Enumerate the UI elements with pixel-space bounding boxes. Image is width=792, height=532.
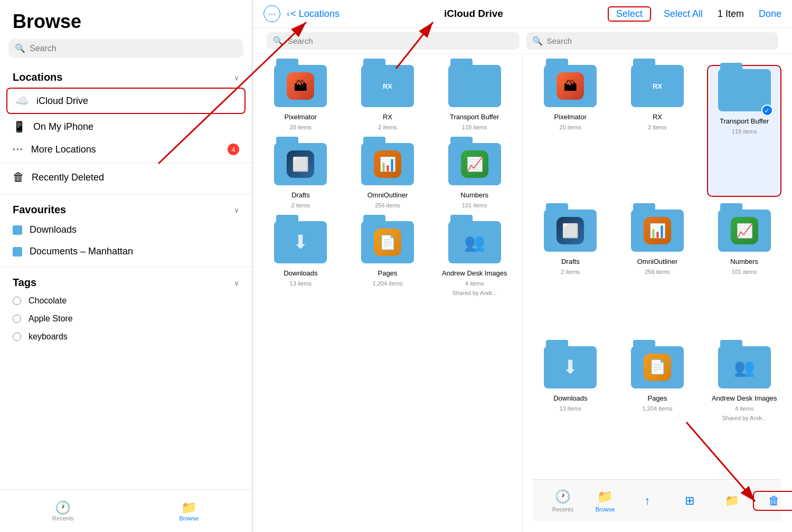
file-meta-numbers-left: 101 items	[462, 202, 487, 208]
tags-title: Tags	[13, 277, 36, 289]
downloads-color-swatch	[13, 225, 22, 235]
files-grid-left: 🏔 Pixelmator 20 items RX	[263, 65, 512, 296]
select-all-button[interactable]: Select All	[664, 8, 703, 20]
main-search-box-right[interactable]: 🔍	[526, 32, 779, 50]
tags-section-header: Tags ∨	[0, 271, 252, 292]
icloud-icon: ☁️	[15, 94, 29, 108]
sidebar-item-label-iphone: On My iPhone	[33, 121, 93, 132]
main-search-input-left[interactable]	[288, 36, 513, 45]
file-item-omnioutliner-right[interactable]: 📊 OmniOutliner 256 items	[620, 210, 695, 333]
file-meta-numbers-right: 101 items	[732, 269, 757, 275]
file-name-transport-left: Transport Buffer	[450, 113, 499, 121]
sidebar-item-label-icloud: iCloud Drive	[36, 96, 88, 107]
file-name-omnioutliner-left: OmniOutliner	[367, 191, 408, 199]
sidebar-item-label-deleted: Recently Deleted	[32, 172, 104, 183]
file-item-andrew-right[interactable]: 👥 Andrew Desk Images 4 items Shared by A…	[707, 346, 781, 479]
main-search-box-left[interactable]: 🔍	[267, 32, 520, 50]
file-item-andrew-left[interactable]: 👥 Andrew Desk Images 4 items Shared by A…	[437, 221, 512, 296]
tags-chevron-icon[interactable]: ∨	[234, 279, 239, 287]
file-meta-andrew-shared-right: Shared by Andr...	[722, 415, 766, 421]
file-meta-drafts-right: 2 items	[561, 269, 580, 275]
file-item-transport-right[interactable]: ✓ Transport Buffer 119 items	[707, 65, 781, 197]
browse-tab-icon: 📁	[181, 500, 197, 515]
file-item-downloads-right[interactable]: ⬇ Downloads 13 items	[533, 346, 608, 479]
recents-tab-icon: 🕐	[55, 500, 71, 515]
sidebar-item-documents-manhattan[interactable]: Documents – Manhattan	[0, 241, 252, 262]
sidebar-item-icloud[interactable]: ☁️ iCloud Drive	[6, 88, 246, 114]
share-icon: ↑	[645, 494, 650, 508]
file-item-rx-right[interactable]: RX RX 2 items	[620, 65, 695, 197]
browse-label-right: Browse	[596, 506, 615, 512]
recents-tab-label: Recents	[52, 515, 73, 521]
file-item-omnioutliner-left[interactable]: 📊 OmniOutliner 256 items	[351, 143, 425, 208]
header-title: iCloud Drive	[346, 8, 601, 20]
file-name-drafts-left: Drafts	[291, 191, 310, 199]
locations-chevron-icon[interactable]: ∨	[234, 73, 239, 82]
iphone-icon: 📱	[13, 120, 26, 133]
back-button[interactable]: ‹ < Locations	[287, 8, 340, 20]
delete-button[interactable]: 🗑	[753, 491, 792, 511]
file-name-drafts-right: Drafts	[561, 258, 580, 265]
file-name-numbers-right: Numbers	[730, 258, 758, 265]
file-meta-rx-left: 2 items	[378, 124, 397, 130]
action-bar: 🕐 Recents 📁 Browse ↑ ⊞ 📁	[533, 479, 781, 521]
file-item-rx-left[interactable]: RX RX 2 items	[351, 65, 425, 130]
file-item-drafts-right[interactable]: ⬜ Drafts 2 items	[533, 210, 608, 333]
file-name-pixelmator-left: Pixelmator	[285, 113, 317, 121]
tag-item-chocolate[interactable]: Chocolate	[0, 292, 252, 310]
tab-recents-sidebar[interactable]: 🕐 Recents	[0, 490, 126, 532]
copy-button[interactable]: ⊞	[668, 494, 711, 508]
sidebar-item-more-locations[interactable]: ••• More Locations 4	[0, 138, 252, 160]
tag-label-apple-store: Apple Store	[29, 314, 73, 324]
file-item-pages-right[interactable]: 📄 Pages 1,204 items	[620, 346, 695, 479]
recents-label-right: Recents	[552, 506, 573, 512]
file-meta-rx-right: 2 items	[648, 124, 666, 130]
file-meta-andrew-left: 4 items	[465, 280, 484, 287]
tag-item-keyboards[interactable]: keyboards	[0, 328, 252, 346]
sidebar-item-recently-deleted[interactable]: 🗑 Recently Deleted	[0, 165, 252, 189]
file-name-rx-left: RX	[383, 113, 392, 121]
file-meta-pixelmator-left: 20 items	[290, 124, 312, 130]
search-icon: 🔍	[15, 43, 25, 53]
move-button[interactable]: 📁	[711, 494, 753, 508]
file-meta-drafts-left: 2 items	[291, 202, 310, 208]
locations-section-header: Locations ∨	[0, 66, 252, 87]
main-search-input-right[interactable]	[547, 36, 772, 45]
tab-browse-sidebar[interactable]: 📁 Browse	[126, 490, 252, 532]
file-item-drafts-left[interactable]: ⬜ Drafts 2 items	[263, 143, 338, 208]
favourites-title: Favourites	[13, 204, 66, 216]
sidebar-item-iphone[interactable]: 📱 On My iPhone	[0, 115, 252, 138]
more-button[interactable]: ⋯	[263, 5, 280, 22]
delete-icon: 🗑	[768, 494, 780, 508]
file-item-downloads-left[interactable]: ⬇ Downloads 13 items	[263, 221, 338, 296]
sidebar-search-box[interactable]: 🔍	[8, 39, 243, 58]
select-button[interactable]: Select	[608, 6, 651, 22]
search-icon-right: 🔍	[532, 36, 543, 46]
recents-icon-right: 🕐	[555, 489, 571, 504]
file-item-numbers-left[interactable]: 📈 Numbers 101 items	[437, 143, 512, 208]
file-name-omnioutliner-right: OmniOutliner	[637, 258, 678, 265]
move-icon: 📁	[725, 494, 739, 508]
sidebar-search-input[interactable]	[30, 44, 237, 53]
file-meta-pixelmator-right: 20 items	[560, 124, 582, 130]
sidebar-item-label-downloads: Downloads	[30, 224, 77, 235]
files-panel-right: 🏔 Pixelmator 20 items RX	[523, 54, 792, 532]
file-item-numbers-right[interactable]: 📈 Numbers 101 items	[707, 210, 781, 333]
file-item-pages-left[interactable]: 📄 Pages 1,204 items	[351, 221, 425, 296]
favourites-chevron-icon[interactable]: ∨	[234, 206, 239, 214]
sidebar-item-downloads[interactable]: Downloads	[0, 219, 252, 241]
tag-item-apple-store[interactable]: Apple Store	[0, 310, 252, 328]
file-item-pixelmator-right[interactable]: 🏔 Pixelmator 20 items	[533, 65, 608, 197]
file-name-transport-right: Transport Buffer	[720, 117, 769, 125]
recents-tab-right[interactable]: 🕐 Recents	[542, 489, 584, 512]
file-name-downloads-right: Downloads	[553, 394, 587, 402]
browse-tab-right[interactable]: 📁 Browse	[584, 489, 626, 512]
apple-store-tag-circle	[13, 315, 21, 323]
share-button[interactable]: ↑	[626, 494, 668, 508]
file-item-pixelmator-left[interactable]: 🏔 Pixelmator 20 items	[263, 65, 338, 130]
main-header: ⋯ ‹ < Locations iCloud Drive Select Sele…	[253, 0, 792, 28]
file-item-transport-left[interactable]: Transport Buffer 119 items	[437, 65, 512, 130]
done-button[interactable]: Done	[759, 8, 781, 20]
files-panel-left: 🏔 Pixelmator 20 items RX	[253, 54, 523, 532]
selected-check-icon: ✓	[761, 104, 773, 116]
